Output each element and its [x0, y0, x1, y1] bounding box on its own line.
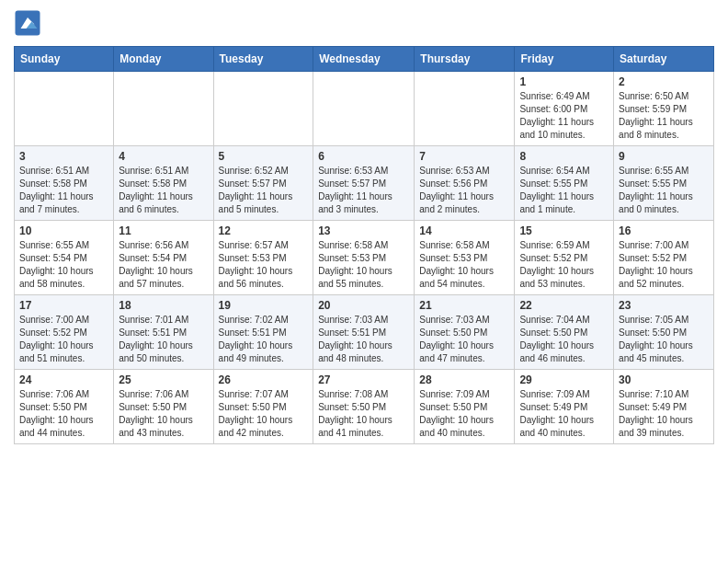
- day-cell: 7Sunrise: 6:53 AM Sunset: 5:56 PM Daylig…: [415, 146, 515, 221]
- day-number: 5: [219, 150, 309, 163]
- weekday-header-row: SundayMondayTuesdayWednesdayThursdayFrid…: [15, 47, 714, 72]
- calendar-header: SundayMondayTuesdayWednesdayThursdayFrid…: [15, 47, 714, 72]
- day-cell: 26Sunrise: 7:07 AM Sunset: 5:50 PM Dayli…: [213, 370, 313, 444]
- day-info: Sunrise: 6:54 AM Sunset: 5:55 PM Dayligh…: [519, 165, 609, 216]
- day-info: Sunrise: 6:53 AM Sunset: 5:57 PM Dayligh…: [318, 165, 409, 216]
- weekday-saturday: Saturday: [614, 47, 714, 72]
- day-number: 10: [19, 224, 108, 237]
- weekday-thursday: Thursday: [415, 47, 515, 72]
- day-cell: 14Sunrise: 6:58 AM Sunset: 5:53 PM Dayli…: [415, 221, 515, 295]
- day-number: 18: [119, 299, 208, 312]
- day-cell: [114, 72, 213, 146]
- day-number: 14: [419, 224, 509, 237]
- day-info: Sunrise: 6:57 AM Sunset: 5:53 PM Dayligh…: [219, 239, 309, 291]
- day-info: Sunrise: 6:52 AM Sunset: 5:57 PM Dayligh…: [219, 165, 309, 216]
- logo-icon: [14, 9, 41, 37]
- day-info: Sunrise: 6:58 AM Sunset: 5:53 PM Dayligh…: [419, 239, 509, 291]
- day-cell: [213, 72, 313, 146]
- weekday-tuesday: Tuesday: [213, 47, 313, 72]
- day-cell: 4Sunrise: 6:51 AM Sunset: 5:58 PM Daylig…: [114, 146, 213, 221]
- day-cell: 1Sunrise: 6:49 AM Sunset: 6:00 PM Daylig…: [515, 72, 614, 146]
- weekday-sunday: Sunday: [15, 47, 114, 72]
- weekday-monday: Monday: [114, 47, 213, 72]
- day-number: 12: [219, 224, 309, 237]
- day-number: 24: [19, 373, 108, 386]
- day-info: Sunrise: 7:08 AM Sunset: 5:50 PM Dayligh…: [318, 388, 409, 440]
- day-cell: 22Sunrise: 7:04 AM Sunset: 5:50 PM Dayli…: [515, 295, 614, 370]
- day-cell: 16Sunrise: 7:00 AM Sunset: 5:52 PM Dayli…: [614, 221, 714, 295]
- day-info: Sunrise: 6:58 AM Sunset: 5:53 PM Dayligh…: [318, 239, 409, 291]
- day-number: 8: [519, 150, 609, 163]
- day-number: 19: [219, 299, 309, 312]
- week-row-2: 10Sunrise: 6:55 AM Sunset: 5:54 PM Dayli…: [15, 221, 714, 295]
- day-info: Sunrise: 6:49 AM Sunset: 6:00 PM Dayligh…: [519, 90, 609, 142]
- day-cell: 3Sunrise: 6:51 AM Sunset: 5:58 PM Daylig…: [15, 146, 114, 221]
- day-info: Sunrise: 7:07 AM Sunset: 5:50 PM Dayligh…: [219, 388, 309, 440]
- day-info: Sunrise: 6:59 AM Sunset: 5:52 PM Dayligh…: [519, 239, 609, 291]
- weekday-wednesday: Wednesday: [313, 47, 415, 72]
- day-number: 16: [619, 224, 709, 237]
- day-number: 23: [619, 299, 709, 312]
- calendar-body: 1Sunrise: 6:49 AM Sunset: 6:00 PM Daylig…: [15, 72, 714, 444]
- day-number: 4: [119, 150, 208, 163]
- day-cell: 24Sunrise: 7:06 AM Sunset: 5:50 PM Dayli…: [15, 370, 114, 444]
- week-row-1: 3Sunrise: 6:51 AM Sunset: 5:58 PM Daylig…: [15, 146, 714, 221]
- day-number: 20: [318, 299, 409, 312]
- day-cell: 20Sunrise: 7:03 AM Sunset: 5:51 PM Dayli…: [313, 295, 415, 370]
- day-info: Sunrise: 6:51 AM Sunset: 5:58 PM Dayligh…: [119, 165, 208, 216]
- day-cell: 12Sunrise: 6:57 AM Sunset: 5:53 PM Dayli…: [213, 221, 313, 295]
- day-number: 15: [519, 224, 609, 237]
- day-cell: 10Sunrise: 6:55 AM Sunset: 5:54 PM Dayli…: [15, 221, 114, 295]
- logo: [14, 9, 45, 37]
- day-info: Sunrise: 7:02 AM Sunset: 5:51 PM Dayligh…: [219, 314, 309, 365]
- day-cell: 2Sunrise: 6:50 AM Sunset: 5:59 PM Daylig…: [614, 72, 714, 146]
- week-row-4: 24Sunrise: 7:06 AM Sunset: 5:50 PM Dayli…: [15, 370, 714, 444]
- day-number: 25: [119, 373, 208, 386]
- day-cell: 18Sunrise: 7:01 AM Sunset: 5:51 PM Dayli…: [114, 295, 213, 370]
- day-number: 21: [419, 299, 509, 312]
- day-cell: 29Sunrise: 7:09 AM Sunset: 5:49 PM Dayli…: [515, 370, 614, 444]
- day-number: 6: [318, 150, 409, 163]
- day-cell: 19Sunrise: 7:02 AM Sunset: 5:51 PM Dayli…: [213, 295, 313, 370]
- day-cell: 17Sunrise: 7:00 AM Sunset: 5:52 PM Dayli…: [15, 295, 114, 370]
- day-info: Sunrise: 7:04 AM Sunset: 5:50 PM Dayligh…: [519, 314, 609, 365]
- day-number: 17: [19, 299, 108, 312]
- day-cell: 6Sunrise: 6:53 AM Sunset: 5:57 PM Daylig…: [313, 146, 415, 221]
- day-number: 1: [519, 75, 609, 88]
- day-info: Sunrise: 7:00 AM Sunset: 5:52 PM Dayligh…: [619, 239, 709, 291]
- day-number: 11: [119, 224, 208, 237]
- day-number: 28: [419, 373, 509, 386]
- day-number: 13: [318, 224, 409, 237]
- day-info: Sunrise: 7:06 AM Sunset: 5:50 PM Dayligh…: [19, 388, 108, 440]
- day-cell: [313, 72, 415, 146]
- day-cell: 13Sunrise: 6:58 AM Sunset: 5:53 PM Dayli…: [313, 221, 415, 295]
- day-info: Sunrise: 7:09 AM Sunset: 5:49 PM Dayligh…: [519, 388, 609, 440]
- day-number: 7: [419, 150, 509, 163]
- day-cell: 5Sunrise: 6:52 AM Sunset: 5:57 PM Daylig…: [213, 146, 313, 221]
- day-info: Sunrise: 6:55 AM Sunset: 5:55 PM Dayligh…: [619, 165, 709, 216]
- page: SundayMondayTuesdayWednesdayThursdayFrid…: [0, 0, 728, 458]
- day-cell: 27Sunrise: 7:08 AM Sunset: 5:50 PM Dayli…: [313, 370, 415, 444]
- day-cell: 30Sunrise: 7:10 AM Sunset: 5:49 PM Dayli…: [614, 370, 714, 444]
- day-info: Sunrise: 7:03 AM Sunset: 5:50 PM Dayligh…: [419, 314, 509, 365]
- day-number: 9: [619, 150, 709, 163]
- day-number: 29: [519, 373, 609, 386]
- day-info: Sunrise: 6:56 AM Sunset: 5:54 PM Dayligh…: [119, 239, 208, 291]
- week-row-0: 1Sunrise: 6:49 AM Sunset: 6:00 PM Daylig…: [15, 72, 714, 146]
- day-info: Sunrise: 7:06 AM Sunset: 5:50 PM Dayligh…: [119, 388, 208, 440]
- day-info: Sunrise: 7:05 AM Sunset: 5:50 PM Dayligh…: [619, 314, 709, 365]
- day-number: 3: [19, 150, 108, 163]
- week-row-3: 17Sunrise: 7:00 AM Sunset: 5:52 PM Dayli…: [15, 295, 714, 370]
- day-info: Sunrise: 6:50 AM Sunset: 5:59 PM Dayligh…: [619, 90, 709, 142]
- day-info: Sunrise: 7:10 AM Sunset: 5:49 PM Dayligh…: [619, 388, 709, 440]
- day-cell: [415, 72, 515, 146]
- day-number: 2: [619, 75, 709, 88]
- day-info: Sunrise: 7:03 AM Sunset: 5:51 PM Dayligh…: [318, 314, 409, 365]
- day-cell: 8Sunrise: 6:54 AM Sunset: 5:55 PM Daylig…: [515, 146, 614, 221]
- day-info: Sunrise: 6:51 AM Sunset: 5:58 PM Dayligh…: [19, 165, 108, 216]
- day-cell: 15Sunrise: 6:59 AM Sunset: 5:52 PM Dayli…: [515, 221, 614, 295]
- day-info: Sunrise: 6:55 AM Sunset: 5:54 PM Dayligh…: [19, 239, 108, 291]
- day-number: 27: [318, 373, 409, 386]
- day-info: Sunrise: 6:53 AM Sunset: 5:56 PM Dayligh…: [419, 165, 509, 216]
- day-info: Sunrise: 7:00 AM Sunset: 5:52 PM Dayligh…: [19, 314, 108, 365]
